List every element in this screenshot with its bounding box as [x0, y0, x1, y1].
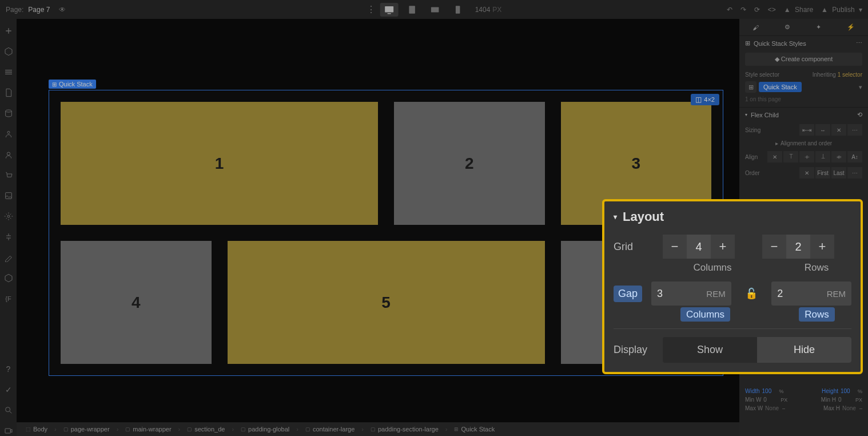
- cart-icon[interactable]: [3, 170, 14, 180]
- minw-input[interactable]: 0: [763, 397, 778, 403]
- rows-value[interactable]: 2: [786, 235, 810, 259]
- minh-input[interactable]: 0: [838, 397, 853, 403]
- layout-panel: ▾Layout Grid − 4 + − 2 + Columns Rows Ga…: [602, 199, 863, 374]
- dropdown-icon[interactable]: ▾: [859, 84, 862, 91]
- grid-cell-2[interactable]: 2: [394, 102, 545, 225]
- columns-value[interactable]: 4: [687, 235, 711, 259]
- crumb-quick-stack[interactable]: Quick Stack: [449, 425, 499, 434]
- cms-icon[interactable]: [3, 108, 14, 118]
- redo-icon[interactable]: ↷: [740, 6, 746, 14]
- collapse-arrow-icon: ▾: [745, 112, 747, 117]
- align-start-icon[interactable]: ⟙: [783, 151, 798, 162]
- maxh-input[interactable]: None: [842, 405, 857, 411]
- more-options-icon[interactable]: ⋮: [367, 4, 376, 15]
- align-none-icon[interactable]: ✕: [767, 151, 782, 162]
- settings-icon[interactable]: [3, 211, 14, 221]
- logic-icon[interactable]: [3, 232, 14, 242]
- reset-icon[interactable]: ⟲: [857, 111, 862, 118]
- device-tablet-icon[interactable]: [403, 3, 421, 17]
- grid-cell-4[interactable]: 4: [61, 241, 212, 364]
- create-component-button[interactable]: ◆ Create component: [745, 53, 862, 66]
- sizing-more-icon[interactable]: ⋯: [847, 124, 862, 136]
- order-more-icon[interactable]: ⋯: [847, 167, 862, 179]
- display-show-button[interactable]: Show: [663, 337, 757, 363]
- gap-rows-sublabel[interactable]: Rows: [799, 307, 835, 322]
- variables-icon[interactable]: {F: [3, 294, 14, 304]
- gap-label[interactable]: Gap: [614, 286, 642, 302]
- selector-element-icon: ⊞: [745, 81, 756, 93]
- device-tablet-landscape-icon[interactable]: [426, 3, 444, 17]
- preview-eye-icon[interactable]: 👁: [59, 6, 66, 14]
- canvas-width[interactable]: 1404PX: [475, 6, 502, 14]
- collapse-arrow-icon: ▾: [614, 213, 617, 221]
- publish-button[interactable]: ▲ Publish ▾: [821, 6, 862, 14]
- navigator-icon[interactable]: [3, 67, 14, 77]
- columns-decrement-button[interactable]: −: [663, 235, 687, 259]
- order-none-icon[interactable]: ✕: [799, 167, 814, 179]
- page-selector[interactable]: Page: Page 7 👁: [6, 6, 66, 14]
- help-icon[interactable]: ?: [3, 364, 14, 374]
- selector-pill[interactable]: Quick Stack: [759, 82, 802, 92]
- order-last-button[interactable]: Last: [831, 167, 846, 179]
- pen-icon[interactable]: [3, 252, 14, 263]
- width-input[interactable]: 100: [762, 388, 777, 394]
- crumb-main-wrapper[interactable]: main-wrapper: [121, 425, 176, 434]
- element-label-quickstack[interactable]: Quick Stack: [49, 80, 96, 89]
- rows-increment-button[interactable]: +: [810, 235, 834, 259]
- sync-icon[interactable]: ⟳: [754, 6, 760, 14]
- align-center-icon[interactable]: ⟛: [799, 151, 814, 162]
- device-mobile-icon[interactable]: [449, 3, 467, 17]
- pages-icon[interactable]: [3, 88, 14, 98]
- height-input[interactable]: 100: [841, 388, 855, 394]
- selector-field[interactable]: ⊞ Quick Stack ▾: [739, 81, 868, 96]
- columns-increment-button[interactable]: +: [711, 235, 735, 259]
- assets-icon[interactable]: [3, 191, 14, 201]
- align-end-icon[interactable]: ⟘: [815, 151, 830, 162]
- gap-lock-icon[interactable]: 🔓: [740, 287, 763, 300]
- crumb-container-large[interactable]: container-large: [301, 425, 359, 434]
- crumb-padding-section-large[interactable]: padding-section-large: [366, 425, 443, 434]
- grid-size-badge[interactable]: 4×2: [691, 94, 719, 105]
- crumb-section-de[interactable]: section_de: [182, 425, 229, 434]
- settings-tab-icon[interactable]: ⚙: [780, 20, 795, 34]
- grid-cell-1[interactable]: 1: [61, 102, 378, 225]
- align-baseline-icon[interactable]: A↕: [847, 151, 862, 162]
- style-tab-icon[interactable]: 🖌: [748, 21, 763, 34]
- add-element-icon[interactable]: [3, 26, 14, 36]
- undo-icon[interactable]: ↶: [727, 6, 732, 14]
- align-stretch-icon[interactable]: ⟚: [831, 151, 846, 162]
- display-hide-button[interactable]: Hide: [757, 337, 851, 363]
- video-icon[interactable]: [3, 426, 14, 436]
- code-icon[interactable]: <>: [768, 6, 776, 14]
- interactions-tab-icon[interactable]: ✦: [811, 20, 826, 34]
- gap-columns-sublabel[interactable]: Columns: [680, 307, 730, 322]
- maxw-input[interactable]: None: [765, 405, 780, 411]
- apps-icon[interactable]: [3, 273, 14, 283]
- order-first-button[interactable]: First: [815, 167, 830, 179]
- more-icon[interactable]: ⋯: [856, 39, 862, 47]
- effects-tab-icon[interactable]: ⚡: [842, 20, 859, 34]
- alignment-order-sub[interactable]: ▸Alignment and order: [739, 138, 868, 149]
- ecommerce-icon[interactable]: [3, 149, 14, 160]
- grid-cell-5[interactable]: 5: [228, 241, 545, 364]
- sizing-none-icon[interactable]: ✕: [831, 124, 846, 136]
- gap-rows-input[interactable]: 2 REM: [771, 282, 851, 306]
- audit-icon[interactable]: ✓: [3, 385, 14, 395]
- 3d-box-icon[interactable]: [3, 46, 14, 57]
- crumb-body[interactable]: Body: [21, 425, 52, 434]
- component-icon: ◆: [775, 56, 779, 62]
- users-icon[interactable]: [3, 129, 14, 139]
- layout-title[interactable]: ▾Layout: [614, 209, 851, 224]
- search-icon[interactable]: [3, 405, 14, 415]
- flex-child-section[interactable]: ▾ Flex Child ⟲: [739, 107, 868, 122]
- share-button[interactable]: ▲ Share: [784, 6, 813, 14]
- crumb-page-wrapper[interactable]: page-wrapper: [59, 425, 114, 434]
- sizing-shrink-icon[interactable]: ⇤⇥: [799, 124, 814, 136]
- svg-rect-3: [431, 7, 439, 12]
- rows-decrement-button[interactable]: −: [762, 235, 786, 259]
- gap-columns-input[interactable]: 3 REM: [651, 282, 731, 306]
- sizing-grow-icon[interactable]: ↔: [815, 124, 830, 136]
- crumb-padding-global[interactable]: padding-global: [236, 425, 294, 434]
- device-desktop-icon[interactable]: [380, 3, 399, 17]
- device-switcher: ⋮ 1404PX: [367, 3, 502, 17]
